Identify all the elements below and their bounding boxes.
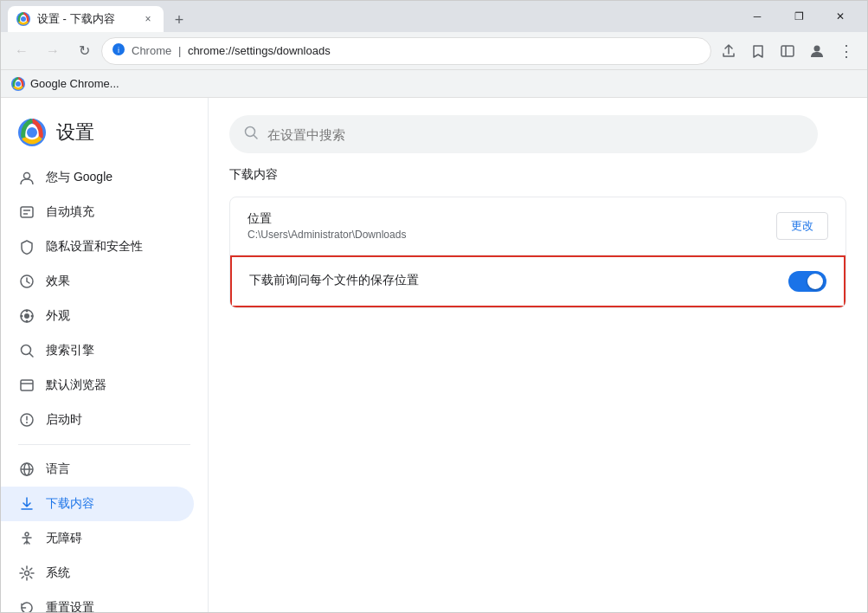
sidebar-item-reset-label: 重置设置: [46, 600, 94, 612]
svg-point-10: [16, 81, 21, 87]
appearance-icon: [18, 308, 35, 324]
bookmark-label: Google Chrome...: [30, 77, 119, 90]
forward-button[interactable]: →: [39, 37, 67, 65]
sidebar-toggle-button[interactable]: [774, 37, 801, 65]
svg-point-37: [25, 571, 29, 576]
sidebar-item-search-label: 搜索引擎: [46, 343, 94, 358]
active-tab[interactable]: 设置 - 下载内容 ×: [8, 6, 164, 32]
sidebar-item-accessibility[interactable]: 无障碍: [1, 521, 194, 556]
address-chrome-label: Chrome: [132, 44, 171, 57]
sidebar-item-downloads[interactable]: 下载内容: [1, 487, 194, 521]
svg-line-26: [30, 354, 34, 358]
performance-icon: [18, 274, 35, 289]
main-area[interactable]: 下载内容 位置 C:\Users\Administrator\Downloads…: [209, 98, 867, 612]
language-icon: [18, 461, 35, 477]
share-icon: [721, 43, 736, 59]
svg-point-13: [27, 127, 37, 138]
sidebar-item-system-label: 系统: [46, 565, 70, 581]
nav-actions: ⋮: [715, 37, 860, 65]
chrome-logo: [18, 119, 46, 146]
sidebar-item-appearance-label: 外观: [46, 308, 70, 324]
location-label: 位置: [248, 211, 776, 227]
location-info: 位置 C:\Users\Administrator\Downloads: [248, 211, 776, 241]
sidebar-item-privacy[interactable]: 隐私设置和安全性: [1, 229, 194, 264]
back-button[interactable]: ←: [8, 37, 35, 65]
browser-icon: [18, 377, 35, 393]
startup-icon: [18, 412, 35, 428]
toggle-slider: [788, 271, 826, 292]
search-bar-wrap: [209, 98, 867, 167]
ask-download-row: 下载前询问每个文件的保存位置: [230, 255, 845, 307]
sidebar-item-downloads-label: 下载内容: [46, 496, 94, 512]
ask-download-info: 下载前询问每个文件的保存位置: [249, 273, 788, 290]
sidebar-item-autofill[interactable]: 自动填充: [1, 195, 194, 229]
title-bar: 设置 - 下载内容 × + ─ ❐ ✕: [1, 1, 867, 32]
minimize-button[interactable]: ─: [737, 3, 777, 30]
sidebar-item-performance[interactable]: 效果: [1, 264, 194, 299]
settings-title: 设置: [56, 119, 94, 145]
sidebar-item-reset[interactable]: 重置设置: [1, 590, 194, 612]
tab-title: 设置 - 下载内容: [37, 11, 134, 27]
sidebar-item-search[interactable]: 搜索引擎: [1, 333, 194, 368]
svg-text:i: i: [118, 46, 119, 55]
profile-icon: [809, 43, 825, 59]
profile-button[interactable]: [803, 37, 831, 65]
svg-point-24: [31, 315, 34, 318]
sidebar-item-appearance[interactable]: 外观: [1, 299, 194, 333]
downloads-section: 下载内容 位置 C:\Users\Administrator\Downloads…: [209, 167, 867, 339]
nav-bar: ← → ↻ i Chrome | chrome://settings/downl…: [1, 32, 867, 70]
svg-point-38: [246, 126, 255, 136]
svg-rect-27: [21, 380, 33, 390]
page-content: 设置 您与 Google 自动填充: [1, 98, 867, 612]
tab-bar: 设置 - 下载内容 × +: [8, 1, 737, 32]
system-icon: [18, 565, 35, 581]
section-title: 下载内容: [229, 167, 846, 183]
new-tab-button[interactable]: +: [167, 8, 191, 32]
tab-favicon-icon: [16, 12, 30, 26]
sidebar-icon: [780, 43, 795, 59]
ask-download-toggle[interactable]: [788, 271, 826, 292]
sidebar-item-startup[interactable]: 启动时: [1, 403, 194, 437]
location-row: 位置 C:\Users\Administrator\Downloads 更改: [230, 197, 845, 255]
sidebar-item-browser[interactable]: 默认浏览器: [1, 368, 194, 403]
sidebar-item-performance-label: 效果: [46, 274, 70, 289]
sidebar-item-autofill-label: 自动填充: [46, 204, 94, 220]
svg-point-21: [26, 310, 29, 313]
svg-point-20: [24, 313, 29, 319]
menu-button[interactable]: ⋮: [833, 37, 860, 65]
privacy-icon: [18, 239, 35, 255]
svg-rect-15: [21, 207, 33, 217]
sidebar-item-browser-label: 默认浏览器: [46, 377, 106, 393]
browser-body: Google Chrome...: [1, 70, 867, 612]
secure-icon: i: [113, 43, 125, 55]
window-controls: ─ ❐ ✕: [737, 3, 860, 30]
bookmark-button[interactable]: [744, 37, 772, 65]
svg-line-39: [254, 135, 258, 139]
location-path: C:\Users\Administrator\Downloads: [248, 229, 776, 241]
share-button[interactable]: [715, 37, 743, 65]
sidebar: 设置 您与 Google 自动填充: [1, 98, 209, 612]
tab-close-button[interactable]: ×: [141, 12, 155, 26]
search-input[interactable]: [267, 127, 804, 142]
sidebar-item-google-label: 您与 Google: [46, 170, 113, 185]
downloads-card: 位置 C:\Users\Administrator\Downloads 更改 下…: [229, 197, 846, 308]
sidebar-item-system[interactable]: 系统: [1, 556, 194, 590]
sidebar-item-google[interactable]: 您与 Google: [1, 160, 194, 195]
change-location-button[interactable]: 更改: [776, 212, 828, 240]
address-path: chrome://settings/downloads: [188, 44, 331, 57]
search-engine-icon: [18, 343, 35, 358]
reset-icon: [18, 600, 35, 612]
svg-point-2: [21, 16, 26, 22]
sidebar-scroll[interactable]: 设置 您与 Google 自动填充: [1, 98, 208, 612]
svg-point-14: [24, 173, 30, 179]
restore-button[interactable]: ❐: [779, 3, 819, 30]
ask-download-label: 下载前询问每个文件的保存位置: [249, 273, 788, 288]
sidebar-item-language[interactable]: 语言: [1, 452, 194, 487]
address-bar[interactable]: i Chrome | chrome://settings/downloads: [101, 37, 711, 65]
sidebar-header: 设置: [1, 98, 208, 160]
bookmark-bar-favicon: [11, 77, 25, 91]
refresh-button[interactable]: ↻: [70, 37, 98, 65]
bookmark-bar: Google Chrome...: [1, 70, 867, 98]
accessibility-icon: [18, 531, 35, 546]
close-button[interactable]: ✕: [820, 3, 860, 30]
